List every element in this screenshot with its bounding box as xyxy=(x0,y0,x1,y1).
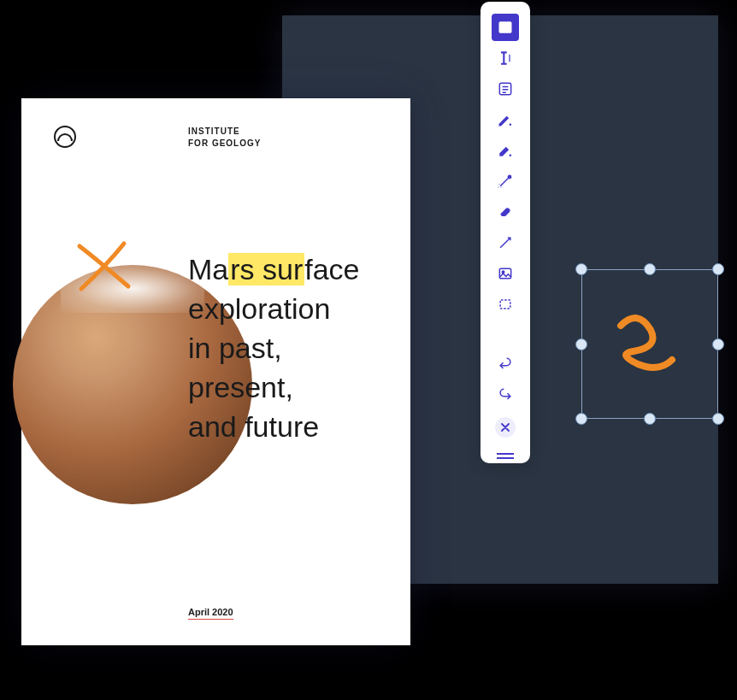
highlighted-text: rs sur xyxy=(228,253,304,285)
resize-handle-mr[interactable] xyxy=(712,338,724,350)
resize-handle-tl[interactable] xyxy=(575,263,587,275)
text-cursor-tool[interactable] xyxy=(492,44,519,72)
document-date: April 2020 xyxy=(188,607,233,620)
redo-button[interactable] xyxy=(492,381,519,409)
resize-handle-ml[interactable] xyxy=(575,338,587,350)
shape-tool[interactable] xyxy=(492,291,519,318)
document-title: Mars surfaceexplorationin past,present,a… xyxy=(188,250,360,446)
line-tool[interactable] xyxy=(492,229,519,256)
orange-x-annotation[interactable] xyxy=(73,239,137,295)
svg-point-4 xyxy=(510,155,512,157)
document-page[interactable]: INSTITUTE FOR GEOLOGY Mars surfaceexplor… xyxy=(21,98,410,645)
resize-handle-tm[interactable] xyxy=(644,263,656,275)
selection-box[interactable] xyxy=(581,269,718,419)
drag-handle-icon[interactable] xyxy=(497,453,514,455)
eraser-tool[interactable] xyxy=(492,198,519,226)
svg-text:A: A xyxy=(502,21,510,32)
note-tool[interactable] xyxy=(492,75,519,103)
svg-rect-8 xyxy=(500,300,510,309)
svg-point-5 xyxy=(508,175,510,178)
org-name: INSTITUTE FOR GEOLOGY xyxy=(188,126,261,150)
resize-handle-bm[interactable] xyxy=(644,413,656,425)
pen-tool[interactable] xyxy=(492,106,519,133)
highlighter-tool[interactable] xyxy=(492,137,519,164)
image-tool[interactable] xyxy=(492,260,519,287)
svg-rect-6 xyxy=(499,268,510,279)
svg-point-3 xyxy=(510,124,512,126)
resize-handle-tr[interactable] xyxy=(712,263,724,275)
text-box-tool[interactable]: A xyxy=(492,14,519,41)
org-logo-icon xyxy=(54,126,76,148)
undo-button[interactable] xyxy=(492,350,519,378)
resize-handle-bl[interactable] xyxy=(575,413,587,425)
close-toolbar-button[interactable] xyxy=(495,417,516,438)
orange-scribble-annotation[interactable] xyxy=(608,304,693,390)
resize-handle-br[interactable] xyxy=(712,413,724,425)
laser-tool[interactable] xyxy=(492,168,519,195)
annotation-toolbar: A xyxy=(481,2,530,463)
